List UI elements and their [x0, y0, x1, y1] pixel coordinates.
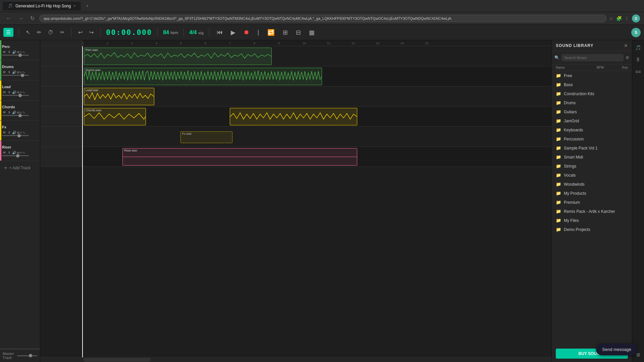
right-icon-2[interactable]: 🎚 — [634, 55, 643, 64]
perc-clip[interactable]: Perc.wav — [84, 48, 272, 65]
chords-clip-2[interactable] — [230, 108, 357, 125]
send-message-btn[interactable]: Send message — [596, 344, 637, 355]
ruler-mark: 9 — [278, 42, 280, 45]
fx-volume-slider[interactable] — [2, 135, 29, 136]
metronome-btn[interactable]: | — [256, 27, 261, 37]
tracks-scroll[interactable]: Perc.wav Drums.wav — [40, 46, 551, 357]
track-row-lead[interactable]: Lead.wav — [40, 86, 551, 107]
record-btn[interactable]: ⏺ — [241, 27, 252, 37]
library-item[interactable]: 📁Smart Midi — [552, 153, 632, 162]
lead-track-name: Lead — [2, 85, 38, 89]
ruler-mark: 8 — [254, 42, 255, 45]
menu-icon[interactable]: ⋮ — [625, 16, 629, 21]
menu-btn[interactable]: ☰ — [3, 28, 13, 37]
library-item[interactable]: 📁Drums — [552, 98, 632, 107]
redo-btn[interactable]: ↪ — [88, 28, 95, 37]
toolbar-user-avatar[interactable]: S — [631, 28, 641, 37]
h-scrollbar-thumb[interactable] — [84, 358, 151, 362]
play-btn[interactable]: ▶ — [229, 27, 237, 38]
filter-icon[interactable]: ⚙ — [626, 55, 629, 60]
library-item[interactable]: 📁Sample Pack Vol 1 — [552, 143, 632, 153]
toolbar-separator-6 — [209, 28, 209, 37]
library-item[interactable]: 📁My Products — [552, 189, 632, 198]
perc-volume-slider[interactable] — [2, 55, 29, 56]
search-input[interactable] — [561, 54, 624, 61]
library-item[interactable]: 📁Keyboards — [552, 125, 632, 134]
drums-volume-slider[interactable] — [2, 75, 29, 76]
library-item[interactable]: 📁Bass — [552, 80, 632, 89]
rewind-btn[interactable]: ⏮ — [215, 27, 225, 37]
ruler-mark: 3 — [131, 42, 133, 45]
riser-clip[interactable]: Riser.wav — [122, 148, 357, 166]
master-volume-slider[interactable] — [17, 355, 37, 356]
library-close-btn[interactable]: ✕ — [624, 43, 628, 48]
pencil-tool-btn[interactable]: ✏ — [36, 28, 43, 37]
track-row-fx[interactable]: Fx.wav — [40, 127, 551, 147]
history-btn[interactable]: ⏱ — [47, 28, 55, 37]
chords-clip-1[interactable]: Chords.wav — [84, 108, 146, 125]
snap-btn[interactable]: ⊞ — [281, 27, 290, 38]
new-tab-btn[interactable]: + — [84, 2, 91, 10]
refresh-btn[interactable]: ↻ — [28, 14, 37, 22]
track-header-chords: Chords M S 🔊 ⊕ ≡ ∿ — [0, 101, 40, 121]
mix-btn[interactable]: ▦ — [307, 27, 317, 38]
library-item-name: Guitars — [564, 110, 577, 114]
library-item-name: Free — [564, 73, 572, 78]
browser-bar: 🎵 Generated Lo-Fi Hip Hop Song × + — [0, 0, 644, 12]
drums-waveform — [84, 68, 322, 85]
drums-clip[interactable]: Drums.wav — [84, 68, 322, 85]
extensions-icon[interactable]: 🧩 — [616, 16, 622, 21]
browser-nav: ← → ↻ ☆ 🧩 ⋮ S — [0, 12, 644, 25]
chords-volume-slider[interactable] — [2, 115, 29, 116]
folder-icon: 📁 — [556, 155, 561, 160]
forward-btn[interactable]: → — [16, 15, 25, 22]
library-item[interactable]: 📁Demo Projects — [552, 225, 632, 234]
bookmark-icon[interactable]: ☆ — [609, 16, 613, 21]
browser-tab-active[interactable]: 🎵 Generated Lo-Fi Hip Hop Song × — [3, 2, 81, 10]
track-row-chords[interactable]: Chords.wav — [40, 107, 551, 127]
undo-btn[interactable]: ↩ — [77, 28, 84, 37]
library-item[interactable]: 📁Guitars — [552, 107, 632, 116]
chords-clip-1-label: Chords.wav — [84, 108, 103, 112]
library-item[interactable]: 📁My Files — [552, 216, 632, 225]
library-item[interactable]: 📁Vocals — [552, 171, 632, 180]
midi-btn[interactable]: ⊟ — [294, 27, 303, 38]
library-item[interactable]: 📁Remix Pack - Artik x Karcher — [552, 207, 632, 216]
select-tool-btn[interactable]: ↖ — [24, 28, 32, 37]
folder-icon: 📁 — [556, 218, 561, 223]
cut-btn[interactable]: ✂ — [59, 28, 66, 37]
library-item[interactable]: 📁Woodwinds — [552, 180, 632, 189]
library-item[interactable]: 📁Premium — [552, 198, 632, 207]
track-row-riser[interactable]: Riser.wav — [40, 147, 551, 167]
track-row-perc[interactable]: Perc.wav — [40, 46, 551, 66]
toolbar-separator-1 — [19, 28, 19, 37]
folder-icon: 📁 — [556, 82, 561, 87]
tab-close-btn[interactable]: × — [73, 4, 75, 8]
fx-clip[interactable]: Fx.wav — [180, 131, 232, 143]
lead-volume-slider[interactable] — [2, 95, 29, 96]
timeline-container: 123456789101112131415 Perc.wav — [40, 40, 551, 362]
library-item[interactable]: 📁Strings — [552, 162, 632, 171]
perc-waveform — [84, 48, 271, 65]
perc-track-name: Perc — [2, 45, 38, 49]
right-icon-3[interactable]: ≡≡ — [633, 67, 643, 76]
h-scrollbar[interactable] — [40, 357, 551, 362]
toolbar-separator-3 — [100, 28, 101, 37]
loop-btn[interactable]: 🔁 — [265, 27, 277, 38]
riser-volume-slider[interactable] — [2, 155, 29, 156]
library-item[interactable]: 📁JamGrid — [552, 116, 632, 125]
ruler-marks: 123456789101112131415 — [82, 40, 551, 46]
user-avatar[interactable]: S — [632, 14, 640, 22]
time-sig-display[interactable]: 4/4 sig — [189, 29, 204, 36]
address-bar[interactable] — [39, 15, 606, 22]
library-item[interactable]: 📁Construction Kits — [552, 89, 632, 98]
right-icon-1[interactable]: 🎵 — [633, 43, 643, 52]
bpm-display[interactable]: 84 bpm — [163, 29, 178, 36]
track-row-drums[interactable]: Drums.wav — [40, 66, 551, 86]
back-btn[interactable]: ← — [4, 15, 13, 22]
lead-clip[interactable]: Lead.wav — [84, 88, 154, 105]
library-item[interactable]: 📁Free — [552, 71, 632, 80]
add-track-btn[interactable]: + + Add Track — [0, 161, 40, 175]
library-item[interactable]: 📁Percussion — [552, 134, 632, 143]
library-item-name: Keyboards — [564, 128, 583, 132]
